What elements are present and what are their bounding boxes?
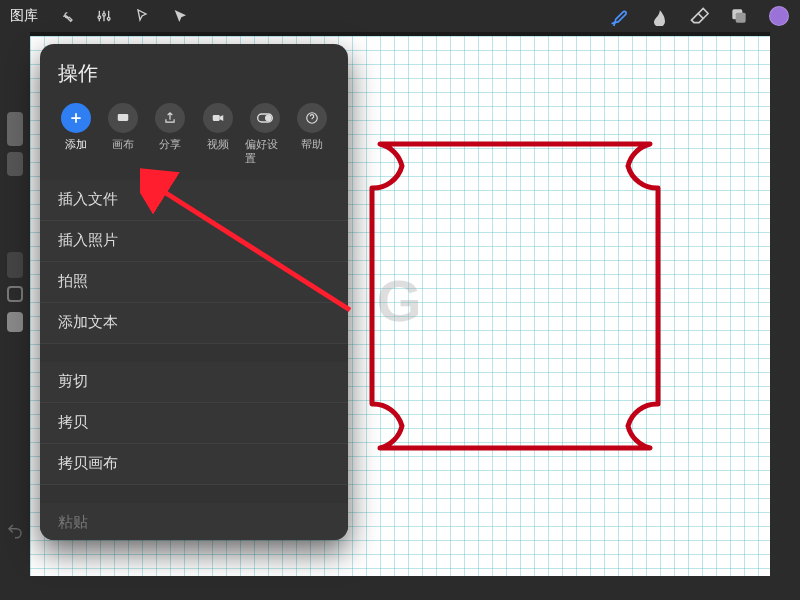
bottom-margin [0,576,800,600]
panel-title: 操作 [40,58,348,99]
tab-label: 分享 [159,138,181,152]
top-toolbar: 图库 [0,0,800,32]
tab-label: 添加 [65,138,87,152]
opacity-slider-handle[interactable] [7,312,23,332]
brush-size-slider-handle[interactable] [7,152,23,176]
menu-paste[interactable]: 粘贴 [40,503,348,540]
tab-prefs[interactable]: 偏好设置 [245,103,285,166]
selection-icon[interactable] [132,6,152,26]
panel-menu: 插入文件 插入照片 拍照 添加文本 剪切 拷贝 拷贝画布 粘贴 [40,180,348,540]
menu-cut[interactable]: 剪切 [40,362,348,403]
menu-take-photo[interactable]: 拍照 [40,262,348,303]
brush-icon[interactable] [608,5,630,27]
tab-help[interactable]: 帮助 [292,103,332,166]
svg-point-2 [107,17,110,20]
tab-label: 偏好设置 [245,138,285,166]
gallery-button[interactable]: 图库 [10,7,38,25]
menu-insert-photo[interactable]: 插入照片 [40,221,348,262]
tab-canvas[interactable]: 画布 [103,103,143,166]
undo-icon[interactable] [6,522,24,540]
opacity-slider[interactable] [7,252,23,278]
cursor-icon[interactable] [170,6,190,26]
color-swatch[interactable] [768,5,790,27]
menu-add-text[interactable]: 添加文本 [40,303,348,344]
menu-copy-canvas[interactable]: 拷贝画布 [40,444,348,485]
svg-point-8 [265,115,270,120]
tab-label: 视频 [207,138,229,152]
help-icon [297,103,327,133]
layers-icon[interactable] [728,5,750,27]
tab-label: 帮助 [301,138,323,152]
menu-copy[interactable]: 拷贝 [40,403,348,444]
modifier-button[interactable] [7,286,23,302]
tab-add[interactable]: 添加 [56,103,96,166]
tab-video[interactable]: 视频 [198,103,238,166]
svg-rect-6 [212,115,219,121]
brush-size-slider[interactable] [7,112,23,146]
share-icon [155,103,185,133]
svg-point-0 [98,16,101,19]
video-icon [203,103,233,133]
svg-rect-4 [736,13,746,23]
canvas-icon [108,103,138,133]
svg-rect-5 [118,114,129,121]
wrench-icon[interactable] [56,6,76,26]
plus-icon [61,103,91,133]
right-margin [770,32,800,600]
adjust-icon[interactable] [94,6,114,26]
eraser-icon[interactable] [688,5,710,27]
tab-share[interactable]: 分享 [150,103,190,166]
smudge-icon[interactable] [648,5,670,27]
svg-point-1 [103,13,106,16]
prefs-icon [250,103,280,133]
left-sidebar [0,32,30,600]
drawn-frame-shape [360,136,670,456]
tab-label: 画布 [112,138,134,152]
actions-panel: 操作 添加 画布 分享 视频 [40,44,348,540]
panel-tabs: 添加 画布 分享 视频 偏好设置 [40,99,348,176]
menu-insert-file[interactable]: 插入文件 [40,180,348,221]
